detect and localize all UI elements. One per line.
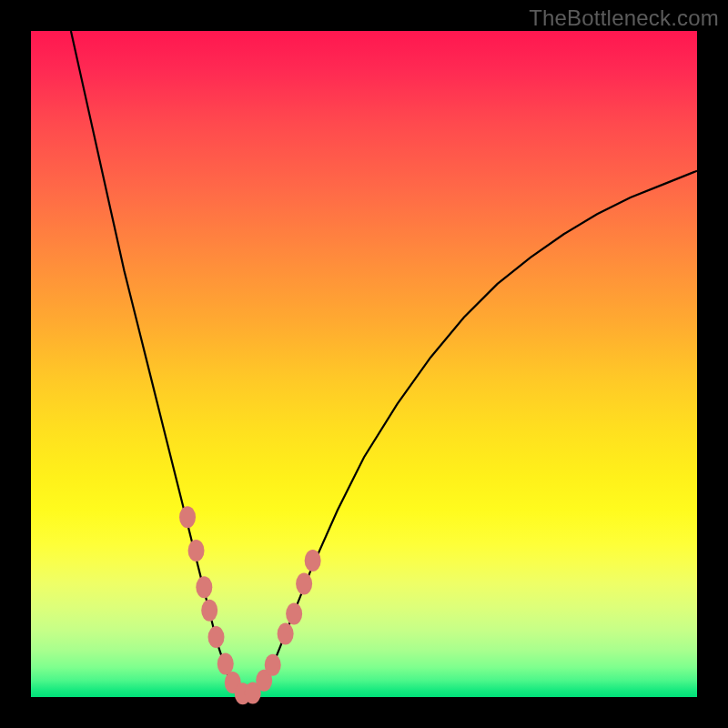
marker-point <box>208 626 225 648</box>
marker-point <box>201 600 217 622</box>
marker-point <box>188 540 205 561</box>
marker-point <box>179 506 196 528</box>
marker-point <box>296 573 312 595</box>
marker-point <box>196 576 212 598</box>
marker-point <box>286 603 302 625</box>
plot-area <box>31 31 697 697</box>
curve-layer <box>31 31 697 697</box>
marker-point <box>278 622 294 644</box>
highlight-markers <box>179 506 321 704</box>
marker-point <box>305 550 321 571</box>
marker-point <box>217 652 234 674</box>
chart-frame: TheBottleneck.com <box>0 0 728 728</box>
watermark-text: TheBottleneck.com <box>529 5 719 31</box>
marker-point <box>265 654 281 676</box>
bottleneck-curve <box>71 31 697 697</box>
